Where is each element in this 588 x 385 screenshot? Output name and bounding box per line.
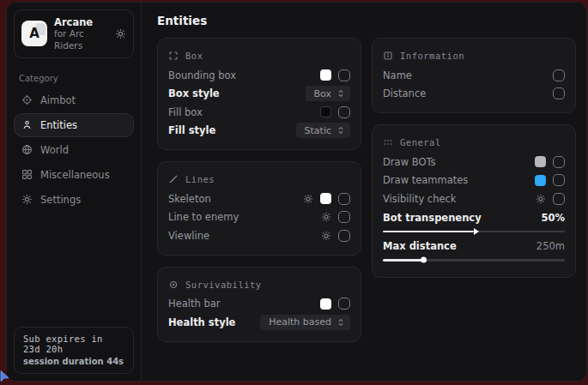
- grid-dots-icon: [383, 137, 393, 147]
- category-label: Category: [19, 74, 129, 83]
- setting-row-draw-teammates: Draw teammates: [383, 171, 565, 190]
- setting-label: Bounding box: [168, 69, 320, 81]
- setting-label: Health style: [168, 316, 260, 328]
- panel-title: Information: [400, 51, 464, 61]
- color-swatch[interactable]: [535, 156, 546, 167]
- fill-box-checkbox[interactable]: [338, 106, 350, 118]
- max-distance-value: 250m: [536, 240, 565, 252]
- sidebar-item-world[interactable]: World: [14, 138, 134, 162]
- max-distance-setting: Max distance 250m: [383, 238, 565, 262]
- viewline-checkbox[interactable]: [338, 230, 350, 242]
- setting-row-visibility-check: Visibility check: [383, 189, 565, 208]
- panel-information: Information Name Distance: [372, 38, 576, 113]
- panel-title: Survivability: [185, 280, 262, 290]
- setting-row-distance: Distance: [383, 85, 565, 104]
- name-checkbox[interactable]: [553, 69, 565, 81]
- scan-brackets-icon: [168, 51, 179, 61]
- line-to-enemy-checkbox[interactable]: [338, 211, 350, 223]
- sidebar-item-settings[interactable]: Settings: [14, 188, 134, 212]
- setting-label: Bot transpenency: [383, 212, 541, 224]
- health-bar-checkbox[interactable]: [338, 298, 350, 310]
- subscription-info: Sub expires in 23d 20h session duration …: [14, 327, 134, 374]
- sub-expiry-text: Sub expires in 23d 20h: [23, 334, 124, 354]
- setting-label: Fill box: [168, 106, 320, 118]
- panel-general: General Draw BOTs Draw teammates: [372, 124, 576, 278]
- gear-icon[interactable]: [115, 28, 126, 39]
- gear-icon[interactable]: [321, 231, 331, 241]
- person-scan-icon: [21, 119, 33, 130]
- unfold-icon: [336, 126, 345, 135]
- unfold-icon: [336, 318, 345, 327]
- setting-row-bounding-box: Bounding box: [168, 66, 350, 85]
- survivability-icon: [168, 280, 179, 290]
- brand-card: A Arcane for Arc Riders: [14, 9, 134, 58]
- app-window: A Arcane for Arc Riders Category Aimbot: [6, 2, 587, 382]
- setting-label: Max distance: [383, 240, 536, 252]
- bot-transparency-value: 50%: [541, 212, 565, 224]
- setting-row-line-to-enemy: Line to enemy: [168, 208, 350, 227]
- gear-icon: [21, 194, 33, 205]
- panel-box: Box Bounding box Box style Box: [157, 38, 361, 150]
- sidebar-item-aimbot[interactable]: Aimbot: [14, 88, 134, 112]
- health-style-dropdown[interactable]: Health based: [260, 315, 350, 330]
- sidebar-item-label: Entities: [40, 119, 77, 131]
- panel-title: General: [400, 137, 441, 147]
- gear-icon[interactable]: [321, 212, 331, 222]
- sidebar-item-label: Miscellaneous: [40, 169, 110, 181]
- setting-row-draw-bots: Draw BOTs: [383, 153, 565, 171]
- color-swatch[interactable]: [320, 69, 331, 81]
- distance-checkbox[interactable]: [553, 87, 565, 99]
- setting-row-fill-style: Fill style Static: [168, 122, 350, 141]
- bounding-box-checkbox[interactable]: [338, 69, 350, 81]
- setting-label: Line to enemy: [168, 211, 321, 223]
- globe-icon: [21, 144, 33, 155]
- main-content: Entities Box Bounding box: [141, 3, 586, 381]
- draw-teammates-checkbox[interactable]: [553, 174, 565, 186]
- color-swatch[interactable]: [535, 175, 546, 186]
- slider-thumb[interactable]: [421, 257, 427, 263]
- fill-style-dropdown[interactable]: Static: [296, 123, 350, 138]
- sidebar-item-miscellaneous[interactable]: Miscellaneous: [14, 163, 134, 187]
- diagonal-line-icon: [168, 174, 179, 184]
- sidebar-item-label: Settings: [40, 194, 81, 206]
- panel-title: Lines: [185, 174, 215, 184]
- setting-row-skeleton: Skeleton: [168, 189, 350, 208]
- setting-label: Box style: [168, 87, 306, 99]
- setting-row-viewline: Viewline: [168, 226, 350, 245]
- setting-row-box-style: Box style Box: [168, 85, 350, 104]
- panel-lines: Lines Skeleton Line to enemy: [157, 161, 361, 256]
- unfold-icon: [336, 89, 345, 98]
- panel-title: Box: [185, 51, 203, 61]
- max-distance-slider[interactable]: [383, 259, 565, 262]
- color-swatch[interactable]: [320, 193, 331, 204]
- gear-icon[interactable]: [303, 194, 313, 204]
- setting-label: Fill style: [168, 124, 296, 136]
- setting-label: Health bar: [168, 298, 320, 310]
- dropdown-value: Box: [314, 88, 331, 99]
- bot-transparency-setting: Bot transpenency 50%: [383, 210, 565, 233]
- dropdown-value: Health based: [269, 316, 331, 328]
- information-icon: [383, 51, 393, 61]
- sidebar-item-entities[interactable]: Entities: [14, 113, 134, 137]
- setting-row-health-bar: Health bar: [168, 295, 350, 314]
- slider-thumb[interactable]: [474, 228, 479, 235]
- setting-row-name: Name: [383, 66, 565, 85]
- color-swatch[interactable]: [320, 106, 331, 117]
- visibility-check-checkbox[interactable]: [553, 193, 565, 205]
- dropdown-value: Static: [305, 125, 331, 136]
- skeleton-checkbox[interactable]: [338, 193, 350, 205]
- setting-label: Viewline: [168, 230, 321, 242]
- session-duration-text: session duration 44s: [23, 357, 124, 366]
- draw-bots-checkbox[interactable]: [553, 156, 565, 168]
- sidebar-item-label: World: [40, 144, 69, 156]
- box-style-dropdown[interactable]: Box: [306, 86, 350, 101]
- app-logo: A: [21, 21, 47, 46]
- gear-icon[interactable]: [536, 194, 546, 204]
- setting-label: Name: [383, 69, 553, 81]
- bot-transparency-slider[interactable]: [383, 231, 565, 233]
- setting-label: Visibility check: [383, 193, 536, 205]
- color-swatch[interactable]: [320, 298, 331, 310]
- setting-label: Draw teammates: [383, 174, 535, 186]
- sidebar: A Arcane for Arc Riders Category Aimbot: [7, 3, 141, 381]
- panel-survivability: Survivability Health bar Health style He…: [157, 267, 361, 342]
